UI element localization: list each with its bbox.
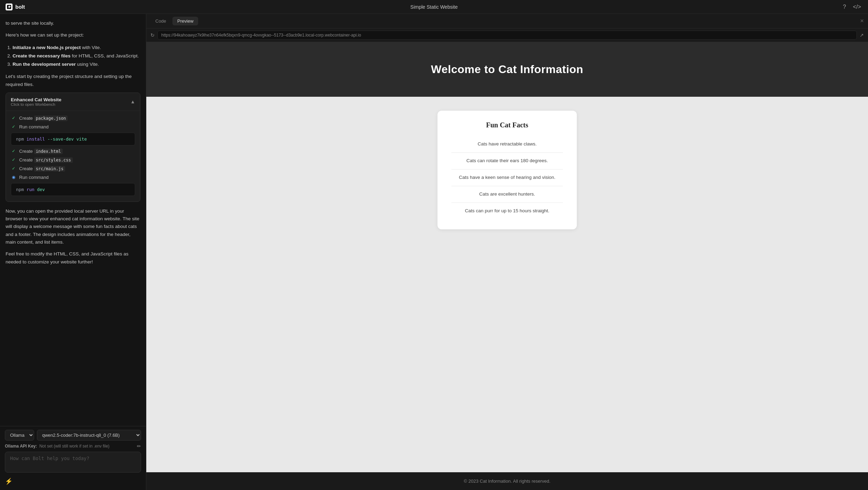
tab-preview[interactable]: Preview (172, 17, 198, 25)
preview-tabs: Code Preview × (146, 14, 868, 29)
cat-facts-card: Fun Cat Facts Cats have retractable claw… (437, 111, 577, 229)
help-icon-button[interactable]: ? (842, 2, 847, 11)
code-block-npm-install: npm install --save-dev vite (11, 133, 135, 145)
preview-content: Welcome to Cat Information Fun Cat Facts… (146, 42, 868, 490)
prose-intro: to serve the site locally. (6, 19, 140, 27)
preview-tabs-left: Code Preview (150, 17, 198, 25)
left-panel: to serve the site locally. Here's how we… (0, 14, 146, 490)
step-done-icon-3: ✓ (11, 149, 16, 153)
setup-steps-list: Initialize a new Node.js project with Vi… (13, 44, 140, 69)
step-done-icon-4: ✓ (11, 157, 16, 162)
page-title: Simple Static Website (410, 4, 458, 10)
top-bar-actions: ? </> (842, 2, 862, 11)
step-running-icon: ◉ (11, 175, 16, 180)
step-run-command-1: ✓ Run command (6, 122, 140, 131)
workbench-steps: ✓ Create package.json ✓ Run command npm … (6, 111, 140, 201)
setup-step-2: Create the necessary files for HTML, CSS… (13, 52, 140, 60)
cat-fact-4: Cats are excellent hunters. (451, 186, 563, 203)
prose-footer-note: Feel free to modify the HTML, CSS, and J… (6, 250, 140, 266)
setup-step-1: Initialize a new Node.js project with Vi… (13, 44, 140, 52)
cat-site: Welcome to Cat Information Fun Cat Facts… (146, 42, 868, 490)
url-bar: ↻ ↗ (146, 29, 868, 42)
step-create-index-html: ✓ Create index.html (6, 147, 140, 156)
code-icon-button[interactable]: </> (852, 2, 862, 11)
workbench-header[interactable]: Enhanced Cat Website Click to open Workb… (6, 93, 140, 111)
workbench-title: Enhanced Cat Website (11, 97, 61, 102)
cat-fact-5: Cats can purr for up to 15 hours straigh… (451, 203, 563, 219)
chat-input[interactable] (5, 452, 141, 473)
main-layout: to serve the site locally. Here's how we… (0, 14, 868, 490)
step-done-icon-5: ✓ (11, 166, 16, 171)
setup-step-3: Run the development server using Vite. (13, 60, 140, 69)
cat-site-header: Welcome to Cat Information (146, 42, 868, 97)
model-select[interactable]: qwen2.5-coder:7b-instruct-q8_0 (7.6B) (37, 430, 141, 441)
model-row: Ollama qwen2.5-coder:7b-instruct-q8_0 (7… (5, 430, 141, 441)
step-label-4: Create src/styles.css (19, 157, 73, 163)
workbench-chevron-icon: ▲ (130, 99, 135, 104)
url-input[interactable] (157, 31, 857, 40)
logo: bolt (6, 3, 25, 10)
step-create-package-json: ✓ Create package.json (6, 114, 140, 122)
code-block-npm-run-dev: npm run dev (11, 183, 135, 196)
cat-fact-3: Cats have a keen sense of hearing and vi… (451, 169, 563, 186)
right-panel: Code Preview × ↻ ↗ Welcome to Cat Inform… (146, 14, 868, 490)
api-key-row: Ollama API Key: Not set (will still work… (5, 443, 141, 449)
prose-start: Let's start by creating the project stru… (6, 73, 140, 88)
step-done-icon-2: ✓ (11, 124, 16, 129)
api-key-label: Ollama API Key: (5, 444, 37, 449)
preview-close-button[interactable]: × (860, 17, 864, 25)
url-refresh-button[interactable]: ↻ (150, 32, 155, 38)
tab-code[interactable]: Code (150, 17, 171, 25)
provider-select[interactable]: Ollama (5, 430, 34, 441)
step-label-3: Create index.html (19, 149, 63, 154)
step-label-5: Create src/main.js (19, 166, 65, 171)
step-create-main-js: ✓ Create src/main.js (6, 164, 140, 173)
step-label-2: Run command (19, 124, 49, 129)
logo-text: bolt (15, 4, 25, 10)
step-done-icon: ✓ (11, 116, 16, 120)
step-label-1: Create package.json (19, 116, 68, 121)
step-create-styles-css: ✓ Create src/styles.css (6, 156, 140, 164)
step-label-6: Run command (19, 175, 49, 180)
cat-fact-1: Cats have retractable claws. (451, 136, 563, 153)
prose-setup: Here's how we can set up the project: (6, 31, 140, 39)
bolt-logo-icon (6, 3, 13, 10)
api-key-value: Not set (will still work if set in .env … (39, 444, 109, 449)
url-open-external-button[interactable]: ↗ (860, 32, 864, 38)
step-run-command-2: ◉ Run command (6, 173, 140, 182)
cat-facts-title: Fun Cat Facts (451, 121, 563, 129)
left-scroll-area: to serve the site locally. Here's how we… (0, 14, 146, 426)
api-key-text: Ollama API Key: Not set (will still work… (5, 444, 109, 449)
api-key-edit-button[interactable]: ✏ (137, 443, 141, 449)
workbench-header-left: Enhanced Cat Website Click to open Workb… (11, 97, 61, 106)
cat-fact-2: Cats can rotate their ears 180 degrees. (451, 153, 563, 169)
cat-site-footer: © 2023 Cat Information. All rights reser… (146, 472, 868, 490)
top-bar: bolt Simple Static Website ? </> (0, 0, 868, 14)
send-button[interactable]: ⚡ (5, 476, 13, 487)
cat-site-main: Fun Cat Facts Cats have retractable claw… (146, 97, 868, 472)
prose-after: Now, you can open the provided local ser… (6, 207, 140, 246)
bottom-panel: Ollama qwen2.5-coder:7b-instruct-q8_0 (7… (0, 426, 146, 490)
workbench-subtitle: Click to open Workbench (11, 102, 61, 106)
workbench-card: Enhanced Cat Website Click to open Workb… (6, 93, 140, 202)
